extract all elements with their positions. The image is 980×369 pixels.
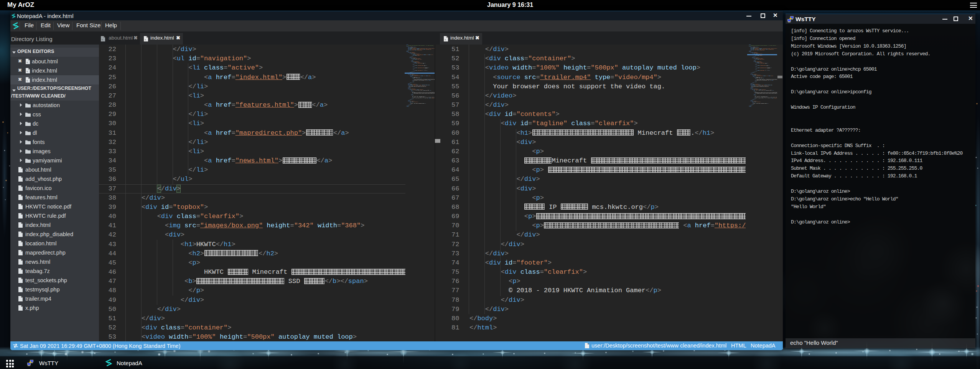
svg-text:s: s <box>26 70 28 73</box>
svg-text:s: s <box>102 38 103 41</box>
svg-text:s: s <box>145 38 146 41</box>
svg-text:s: s <box>445 38 446 41</box>
svg-text:s: s <box>26 61 28 64</box>
svg-text:s: s <box>26 79 28 82</box>
